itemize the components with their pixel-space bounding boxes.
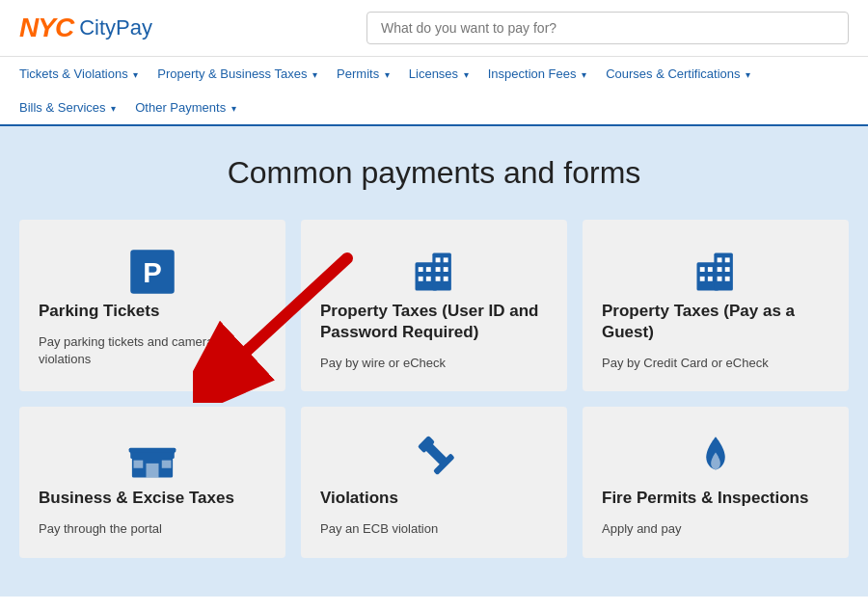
svg-rect-7 <box>444 257 448 262</box>
nav-link-tickets[interactable]: Tickets & Violations ▾ <box>10 57 148 91</box>
nav-link-courses[interactable]: Courses & Certifications ▾ <box>596 57 760 91</box>
svg-rect-21 <box>725 267 730 272</box>
svg-rect-23 <box>725 277 730 281</box>
svg-rect-15 <box>426 277 431 281</box>
chevron-down-icon: ▾ <box>312 69 317 80</box>
header: NYC CityPay <box>0 0 868 57</box>
nav-item-bills[interactable]: Bills & Services ▾ <box>10 91 125 124</box>
nav-list: Tickets & Violations ▾ Property & Busine… <box>10 57 858 124</box>
card-title: Business & Excise Taxes <box>39 488 266 509</box>
card-desc: Pay an ECB violation <box>320 520 548 538</box>
gavel-icon <box>320 430 548 488</box>
svg-rect-33 <box>162 461 172 468</box>
nyc-logo: NYC <box>19 13 73 43</box>
card-desc: Apply and pay <box>602 520 829 538</box>
nav-link-bills[interactable]: Bills & Services ▾ <box>10 91 125 124</box>
chevron-down-icon: ▾ <box>111 103 116 114</box>
svg-rect-8 <box>436 267 441 272</box>
card-property-taxes-guest[interactable]: Property Taxes (Pay as a Guest) Pay by C… <box>583 220 849 391</box>
main-content: Common payments and forms P <box>0 126 868 597</box>
main-nav: Tickets & Violations ▾ Property & Busine… <box>0 57 868 126</box>
fire-icon <box>602 430 829 488</box>
card-fire-permits[interactable]: Fire Permits & Inspections Apply and pay <box>583 407 849 557</box>
nav-item-property-business[interactable]: Property & Business Taxes ▾ <box>148 57 327 91</box>
svg-rect-34 <box>129 448 176 453</box>
cards-grid: P Parking Tickets Pay parking tickets an… <box>19 220 849 558</box>
nav-item-courses[interactable]: Courses & Certifications ▾ <box>596 57 760 91</box>
citypay-logo: CityPay <box>79 15 152 40</box>
nav-link-permits[interactable]: Permits ▾ <box>327 57 399 91</box>
card-title: Property Taxes (Pay as a Guest) <box>602 301 829 343</box>
card-desc: Pay by wire or eCheck <box>320 355 548 372</box>
svg-rect-20 <box>718 267 722 272</box>
card-business-excise[interactable]: Business & Excise Taxes Pay through the … <box>19 407 285 557</box>
svg-rect-13 <box>426 267 431 272</box>
logo-container: NYC CityPay <box>19 13 152 43</box>
nav-item-licenses[interactable]: Licenses ▾ <box>399 57 478 91</box>
card-desc: Pay through the portal <box>39 520 266 538</box>
svg-rect-9 <box>444 267 448 272</box>
svg-rect-24 <box>700 267 705 272</box>
svg-rect-27 <box>708 277 713 281</box>
svg-rect-32 <box>134 461 144 468</box>
card-desc: Pay by Credit Card or eCheck <box>602 355 829 372</box>
card-title: Parking Tickets <box>39 301 266 322</box>
svg-rect-14 <box>419 277 423 281</box>
card-title: Property Taxes (User ID and Password Req… <box>320 301 548 343</box>
nav-link-inspection[interactable]: Inspection Fees ▾ <box>478 57 596 91</box>
page-title: Common payments and forms <box>19 155 849 191</box>
nav-link-property-business[interactable]: Property & Business Taxes ▾ <box>148 57 327 91</box>
card-desc: Pay parking tickets and camera violation… <box>39 333 266 368</box>
svg-text:P: P <box>143 257 162 288</box>
card-property-taxes-login[interactable]: Property Taxes (User ID and Password Req… <box>301 220 567 391</box>
svg-rect-17 <box>714 253 733 291</box>
chevron-down-icon: ▾ <box>582 69 586 80</box>
svg-rect-11 <box>444 277 448 281</box>
building-icon <box>602 243 829 301</box>
nav-item-tickets[interactable]: Tickets & Violations ▾ <box>10 57 148 91</box>
store-icon <box>39 430 266 488</box>
search-input[interactable] <box>366 12 849 44</box>
svg-rect-10 <box>436 277 441 281</box>
nav-item-permits[interactable]: Permits ▾ <box>327 57 399 91</box>
parking-icon: P <box>39 243 266 301</box>
nav-item-other[interactable]: Other Payments ▾ <box>125 91 246 124</box>
card-violations[interactable]: Violations Pay an ECB violation <box>301 407 567 557</box>
chevron-down-icon: ▾ <box>464 69 469 80</box>
svg-rect-25 <box>708 267 713 272</box>
chevron-down-icon: ▾ <box>385 69 390 80</box>
card-parking-tickets[interactable]: P Parking Tickets Pay parking tickets an… <box>19 220 285 391</box>
svg-rect-19 <box>725 257 730 262</box>
svg-rect-12 <box>419 267 423 272</box>
svg-rect-22 <box>718 277 722 281</box>
card-title: Fire Permits & Inspections <box>602 488 829 509</box>
nav-link-other[interactable]: Other Payments ▾ <box>125 91 246 124</box>
svg-rect-26 <box>700 277 705 281</box>
nav-link-licenses[interactable]: Licenses ▾ <box>399 57 478 91</box>
chevron-down-icon: ▾ <box>133 69 138 80</box>
building-icon <box>320 243 548 301</box>
card-title: Violations <box>320 488 548 509</box>
svg-rect-18 <box>718 257 722 262</box>
chevron-down-icon: ▾ <box>746 69 750 80</box>
nav-item-inspection[interactable]: Inspection Fees ▾ <box>478 57 596 91</box>
search-bar[interactable] <box>366 12 849 44</box>
svg-rect-5 <box>432 253 451 291</box>
svg-rect-6 <box>436 257 441 262</box>
svg-rect-31 <box>147 464 159 478</box>
chevron-down-icon: ▾ <box>231 103 236 114</box>
